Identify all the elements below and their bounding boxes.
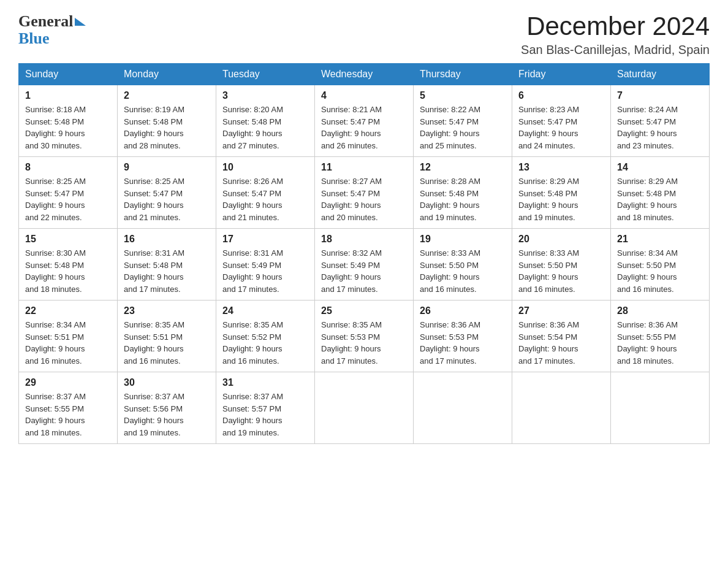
- day-info: Sunrise: 8:21 AMSunset: 5:47 PMDaylight:…: [321, 104, 407, 151]
- logo-general-text: General: [18, 12, 74, 31]
- day-info: Sunrise: 8:27 AMSunset: 5:47 PMDaylight:…: [321, 175, 407, 223]
- day-number: 22: [25, 305, 111, 316]
- table-row: 4Sunrise: 8:21 AMSunset: 5:47 PMDaylight…: [315, 85, 414, 157]
- table-row: 25Sunrise: 8:35 AMSunset: 5:53 PMDayligh…: [315, 301, 414, 372]
- calendar-week-5: 29Sunrise: 8:37 AMSunset: 5:55 PMDayligh…: [19, 372, 710, 444]
- day-number: 21: [617, 234, 703, 245]
- table-row: 11Sunrise: 8:27 AMSunset: 5:47 PMDayligh…: [315, 157, 414, 229]
- day-info: Sunrise: 8:36 AMSunset: 5:53 PMDaylight:…: [420, 319, 506, 367]
- day-number: 26: [420, 305, 506, 316]
- logo: General Blue: [18, 12, 86, 48]
- table-row: [414, 372, 512, 444]
- day-number: 7: [617, 90, 703, 101]
- calendar-title: December 2024: [521, 12, 710, 40]
- table-row: 23Sunrise: 8:35 AMSunset: 5:51 PMDayligh…: [118, 301, 216, 372]
- calendar-header-row: Sunday Monday Tuesday Wednesday Thursday…: [19, 64, 710, 85]
- day-info: Sunrise: 8:19 AMSunset: 5:48 PMDaylight:…: [124, 104, 210, 151]
- calendar-subtitle: San Blas-Canillejas, Madrid, Spain: [521, 43, 710, 57]
- day-number: 18: [321, 234, 407, 245]
- day-number: 29: [25, 377, 111, 388]
- logo-arrow-icon: [75, 18, 86, 26]
- table-row: 22Sunrise: 8:34 AMSunset: 5:51 PMDayligh…: [19, 301, 118, 372]
- day-info: Sunrise: 8:29 AMSunset: 5:48 PMDaylight:…: [617, 175, 703, 223]
- day-info: Sunrise: 8:23 AMSunset: 5:47 PMDaylight:…: [518, 104, 604, 151]
- day-info: Sunrise: 8:33 AMSunset: 5:50 PMDaylight:…: [518, 247, 604, 295]
- table-row: [611, 372, 710, 444]
- table-row: 30Sunrise: 8:37 AMSunset: 5:56 PMDayligh…: [118, 372, 216, 444]
- col-wednesday: Wednesday: [315, 64, 414, 85]
- table-row: 13Sunrise: 8:29 AMSunset: 5:48 PMDayligh…: [512, 157, 611, 229]
- day-info: Sunrise: 8:34 AMSunset: 5:51 PMDaylight:…: [25, 319, 111, 367]
- day-number: 4: [321, 90, 407, 101]
- day-info: Sunrise: 8:31 AMSunset: 5:49 PMDaylight:…: [222, 247, 308, 295]
- table-row: 24Sunrise: 8:35 AMSunset: 5:52 PMDayligh…: [216, 301, 315, 372]
- day-info: Sunrise: 8:37 AMSunset: 5:57 PMDaylight:…: [222, 391, 308, 439]
- day-info: Sunrise: 8:26 AMSunset: 5:47 PMDaylight:…: [222, 175, 308, 223]
- table-row: 1Sunrise: 8:18 AMSunset: 5:48 PMDaylight…: [19, 85, 118, 157]
- table-row: 12Sunrise: 8:28 AMSunset: 5:48 PMDayligh…: [414, 157, 512, 229]
- day-number: 25: [321, 305, 407, 316]
- table-row: 5Sunrise: 8:22 AMSunset: 5:47 PMDaylight…: [414, 85, 512, 157]
- day-info: Sunrise: 8:35 AMSunset: 5:52 PMDaylight:…: [222, 319, 308, 367]
- day-number: 15: [25, 234, 111, 245]
- col-monday: Monday: [118, 64, 216, 85]
- day-number: 3: [222, 90, 308, 101]
- day-number: 1: [25, 90, 111, 101]
- day-info: Sunrise: 8:18 AMSunset: 5:48 PMDaylight:…: [25, 104, 111, 151]
- day-number: 5: [420, 90, 506, 101]
- day-info: Sunrise: 8:35 AMSunset: 5:51 PMDaylight:…: [124, 319, 210, 367]
- table-row: 6Sunrise: 8:23 AMSunset: 5:47 PMDaylight…: [512, 85, 611, 157]
- day-info: Sunrise: 8:31 AMSunset: 5:48 PMDaylight:…: [124, 247, 210, 295]
- table-row: 27Sunrise: 8:36 AMSunset: 5:54 PMDayligh…: [512, 301, 611, 372]
- day-number: 8: [25, 162, 111, 173]
- calendar-week-2: 8Sunrise: 8:25 AMSunset: 5:47 PMDaylight…: [19, 157, 710, 229]
- day-info: Sunrise: 8:30 AMSunset: 5:48 PMDaylight:…: [25, 247, 111, 295]
- day-number: 30: [124, 377, 210, 388]
- table-row: 9Sunrise: 8:25 AMSunset: 5:47 PMDaylight…: [118, 157, 216, 229]
- day-info: Sunrise: 8:37 AMSunset: 5:55 PMDaylight:…: [25, 391, 111, 439]
- page-header: General Blue December 2024 San Blas-Cani…: [18, 12, 710, 57]
- table-row: 16Sunrise: 8:31 AMSunset: 5:48 PMDayligh…: [118, 229, 216, 301]
- table-row: 2Sunrise: 8:19 AMSunset: 5:48 PMDaylight…: [118, 85, 216, 157]
- day-info: Sunrise: 8:20 AMSunset: 5:48 PMDaylight:…: [222, 104, 308, 151]
- day-info: Sunrise: 8:34 AMSunset: 5:50 PMDaylight:…: [617, 247, 703, 295]
- table-row: 7Sunrise: 8:24 AMSunset: 5:47 PMDaylight…: [611, 85, 710, 157]
- table-row: 21Sunrise: 8:34 AMSunset: 5:50 PMDayligh…: [611, 229, 710, 301]
- day-info: Sunrise: 8:36 AMSunset: 5:54 PMDaylight:…: [518, 319, 604, 367]
- day-info: Sunrise: 8:24 AMSunset: 5:47 PMDaylight:…: [617, 104, 703, 151]
- day-info: Sunrise: 8:25 AMSunset: 5:47 PMDaylight:…: [25, 175, 111, 223]
- day-number: 28: [617, 305, 703, 316]
- table-row: 26Sunrise: 8:36 AMSunset: 5:53 PMDayligh…: [414, 301, 512, 372]
- calendar-week-4: 22Sunrise: 8:34 AMSunset: 5:51 PMDayligh…: [19, 301, 710, 372]
- day-number: 6: [518, 90, 604, 101]
- day-number: 14: [617, 162, 703, 173]
- day-number: 10: [222, 162, 308, 173]
- table-row: 14Sunrise: 8:29 AMSunset: 5:48 PMDayligh…: [611, 157, 710, 229]
- day-number: 31: [222, 377, 308, 388]
- table-row: 18Sunrise: 8:32 AMSunset: 5:49 PMDayligh…: [315, 229, 414, 301]
- day-info: Sunrise: 8:37 AMSunset: 5:56 PMDaylight:…: [124, 391, 210, 439]
- table-row: [315, 372, 414, 444]
- day-number: 16: [124, 234, 210, 245]
- day-info: Sunrise: 8:36 AMSunset: 5:55 PMDaylight:…: [617, 319, 703, 367]
- table-row: 17Sunrise: 8:31 AMSunset: 5:49 PMDayligh…: [216, 229, 315, 301]
- day-info: Sunrise: 8:22 AMSunset: 5:47 PMDaylight:…: [420, 104, 506, 151]
- table-row: 29Sunrise: 8:37 AMSunset: 5:55 PMDayligh…: [19, 372, 118, 444]
- title-block: December 2024 San Blas-Canillejas, Madri…: [521, 12, 710, 57]
- table-row: 31Sunrise: 8:37 AMSunset: 5:57 PMDayligh…: [216, 372, 315, 444]
- table-row: 19Sunrise: 8:33 AMSunset: 5:50 PMDayligh…: [414, 229, 512, 301]
- day-number: 12: [420, 162, 506, 173]
- day-info: Sunrise: 8:25 AMSunset: 5:47 PMDaylight:…: [124, 175, 210, 223]
- day-number: 11: [321, 162, 407, 173]
- logo-blue-text: Blue: [18, 29, 50, 48]
- col-saturday: Saturday: [611, 64, 710, 85]
- col-friday: Friday: [512, 64, 611, 85]
- day-number: 19: [420, 234, 506, 245]
- day-info: Sunrise: 8:35 AMSunset: 5:53 PMDaylight:…: [321, 319, 407, 367]
- table-row: [512, 372, 611, 444]
- table-row: 3Sunrise: 8:20 AMSunset: 5:48 PMDaylight…: [216, 85, 315, 157]
- day-info: Sunrise: 8:32 AMSunset: 5:49 PMDaylight:…: [321, 247, 407, 295]
- calendar-week-3: 15Sunrise: 8:30 AMSunset: 5:48 PMDayligh…: [19, 229, 710, 301]
- table-row: 10Sunrise: 8:26 AMSunset: 5:47 PMDayligh…: [216, 157, 315, 229]
- table-row: 20Sunrise: 8:33 AMSunset: 5:50 PMDayligh…: [512, 229, 611, 301]
